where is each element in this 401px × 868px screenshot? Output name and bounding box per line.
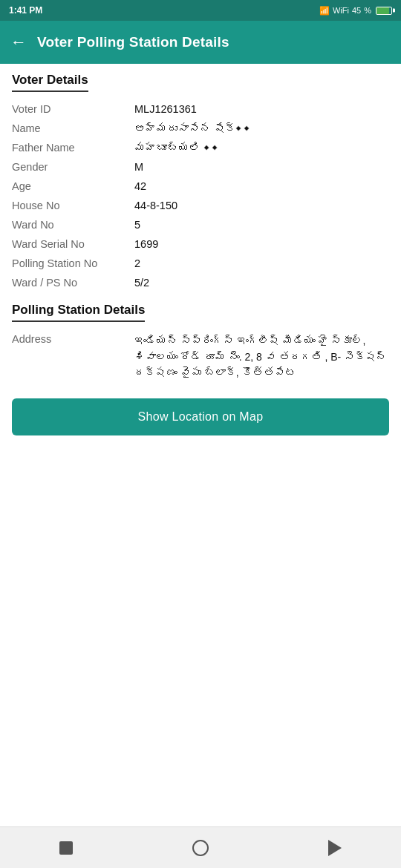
voter-field-label: Gender (12, 161, 134, 173)
voter-detail-row: Ward Serial No1699 (12, 234, 389, 254)
battery-icon (376, 7, 392, 15)
voter-field-value: 2 (134, 257, 389, 269)
voter-field-value: 42 (134, 180, 389, 192)
voter-detail-row: House No44-8-150 (12, 196, 389, 215)
voter-detail-row: GenderM (12, 157, 389, 177)
voter-field-value: 44-8-150 (134, 200, 389, 211)
battery-percent: 45 (352, 6, 361, 15)
voter-detail-rows: Voter IDMLJ1261361Nameఅహ్మదుసాసేన షేక్◆ … (12, 99, 389, 292)
polling-station-heading: Polling Station Details (12, 303, 145, 322)
voter-field-value: MLJ1261361 (134, 103, 389, 115)
voter-field-label: Ward No (12, 219, 134, 231)
voter-field-value: 5 (134, 219, 389, 231)
signal-icon: 📶 (319, 6, 330, 16)
address-label: Address (12, 333, 134, 345)
voter-field-value: 5/2 (134, 277, 389, 289)
voter-detail-row: Father Nameమహబూబ్యలి ◆ ◆ (12, 138, 389, 157)
main-content: Voter Details Voter IDMLJ1261361Nameఅహ్మ… (0, 64, 401, 826)
show-location-button[interactable]: Show Location on Map (12, 398, 389, 435)
bottom-nav-bar (0, 826, 401, 868)
toolbar-title: Voter Polling Station Details (37, 34, 229, 50)
nav-back-button[interactable] (328, 840, 342, 856)
voter-field-value: 1699 (134, 238, 389, 250)
battery-icon-text: % (364, 6, 371, 15)
polling-station-section: Polling Station Details Address ఇండియన్ … (12, 303, 389, 385)
wifi-icon: WiFi (333, 6, 349, 15)
nav-home-button[interactable] (192, 840, 209, 856)
back-button[interactable]: ← (10, 34, 27, 50)
square-icon (59, 841, 73, 855)
voter-field-value: మహబూబ్యలి ◆ ◆ (134, 142, 389, 154)
voter-field-label: House No (12, 200, 134, 211)
status-time: 1:41 PM (9, 5, 42, 16)
voter-field-label: Ward / PS No (12, 277, 134, 289)
voter-field-label: Polling Station No (12, 257, 134, 269)
voter-field-value: అహ్మదుసాసేన షేక్◆ ◆ (134, 122, 389, 134)
address-row: Address ఇండియన్ స్ప్రింగ్స్ ఇంగ్లీష్ మీడ… (12, 329, 389, 385)
voter-field-label: Ward Serial No (12, 238, 134, 250)
voter-details-section: Voter Details Voter IDMLJ1261361Nameఅహ్మ… (12, 73, 389, 292)
status-bar: 1:41 PM 📶 WiFi 45 % (0, 0, 401, 21)
triangle-back-icon (328, 840, 342, 856)
voter-field-value: M (134, 161, 389, 173)
voter-detail-row: Voter IDMLJ1261361 (12, 99, 389, 119)
status-right-icons: 📶 WiFi 45 % (319, 6, 392, 16)
voter-field-label: Name (12, 122, 134, 134)
voter-detail-row: Age42 (12, 177, 389, 196)
nav-square-button[interactable] (59, 841, 73, 855)
voter-detail-row: Polling Station No2 (12, 254, 389, 273)
address-value: ఇండియన్ స్ప్రింగ్స్ ఇంగ్లీష్ మీడియం హై స… (134, 333, 389, 381)
circle-icon (192, 840, 209, 856)
voter-detail-row: Ward / PS No5/2 (12, 273, 389, 292)
voter-details-heading: Voter Details (12, 73, 88, 92)
voter-detail-row: Ward No5 (12, 215, 389, 234)
toolbar: ← Voter Polling Station Details (0, 21, 401, 64)
voter-field-label: Father Name (12, 142, 134, 154)
voter-detail-row: Nameఅహ్మదుసాసేన షేక్◆ ◆ (12, 119, 389, 138)
voter-field-label: Age (12, 180, 134, 192)
voter-field-label: Voter ID (12, 103, 134, 115)
